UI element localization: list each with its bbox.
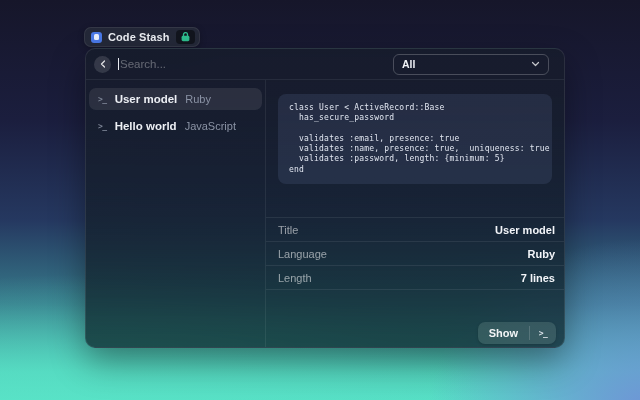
chevron-left-icon [100,60,106,68]
list-item-language: JavaScript [185,120,236,132]
metadata-label: Language [278,248,327,260]
desktop-background: Code Stash [0,0,640,400]
list-item-hello-world[interactable]: >_ Hello world JavaScript [89,115,262,137]
toolbar: All [86,49,564,80]
show-button-label: Show [478,322,529,344]
show-button[interactable]: Show >_ [478,322,556,344]
list-item-user-model[interactable]: >_ User model Ruby [89,88,262,110]
app-icon [91,32,102,43]
metadata-row-length: Length 7 lines [266,266,564,290]
list-item-title: User model [115,93,178,105]
metadata-label: Title [278,224,298,236]
back-button[interactable] [94,56,111,73]
filter-dropdown-value: All [402,58,531,70]
terminal-icon: >_ [530,322,556,344]
snippet-list: >_ User model Ruby >_ Hello world JavaSc… [86,80,266,348]
metadata-value: User model [495,224,555,236]
metadata-row-language: Language Ruby [266,242,564,266]
lock-button[interactable] [176,30,195,44]
metadata-table: Title User model Language Ruby Length 7 … [266,217,564,290]
terminal-prompt-icon: >_ [98,95,107,104]
filter-dropdown[interactable]: All [393,54,549,75]
lock-icon [180,32,191,42]
search-field[interactable] [118,58,393,70]
search-input[interactable] [119,58,393,70]
code-stash-window: All >_ User model Ruby >_ Hello world [85,48,565,348]
code-text: class User < ActiveRecord::Base has_secu… [289,103,541,175]
metadata-value: Ruby [528,248,556,260]
list-item-title: Hello world [115,120,177,132]
list-item-language: Ruby [185,93,211,105]
window-body: >_ User model Ruby >_ Hello world JavaSc… [86,80,564,348]
code-preview: class User < ActiveRecord::Base has_secu… [278,94,552,184]
tab-title: Code Stash [108,31,170,43]
chevron-down-icon [531,61,540,67]
window-tab-code-stash[interactable]: Code Stash [84,27,200,47]
detail-pane: class User < ActiveRecord::Base has_secu… [266,80,564,348]
metadata-label: Length [278,272,312,284]
terminal-prompt-icon: >_ [98,122,107,131]
metadata-value: 7 lines [521,272,555,284]
metadata-row-title: Title User model [266,218,564,242]
